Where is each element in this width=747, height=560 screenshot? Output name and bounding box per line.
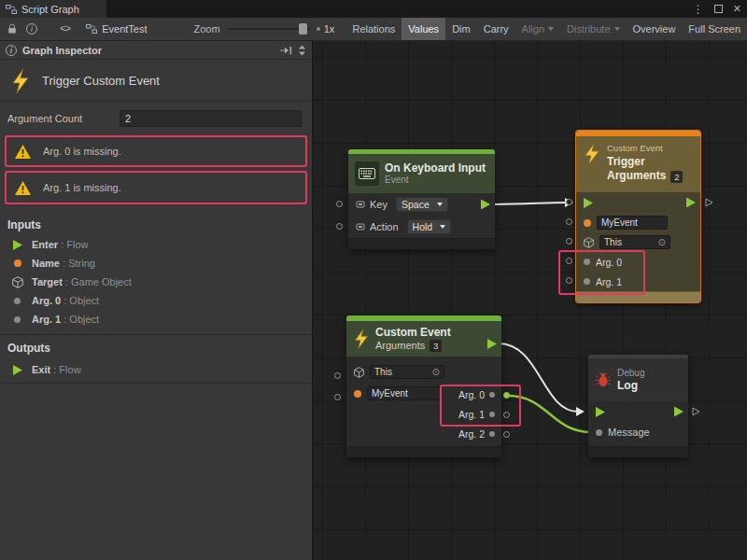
object-port-icon	[584, 278, 590, 285]
zoom-label: Zoom	[194, 23, 220, 35]
flow-arrow-icon	[674, 407, 684, 417]
info-icon: i	[26, 23, 37, 35]
node-title-2: Arguments	[375, 340, 425, 352]
object-picker-icon[interactable]: ⊙	[432, 368, 440, 377]
node-footer	[588, 446, 688, 457]
port-trigger-arg1-input[interactable]	[566, 277, 572, 284]
lock-button[interactable]	[3, 18, 21, 40]
node-title: Custom Event	[375, 326, 451, 339]
warning-arg1-missing: Arg. 1 is missing.	[5, 171, 307, 204]
warning-text: Arg. 1 is missing.	[43, 182, 121, 193]
tab-script-graph[interactable]: Script Graph	[0, 0, 106, 18]
arg2-row: Arg. 2	[458, 428, 495, 440]
object-port-icon	[14, 298, 21, 304]
port-action-input[interactable]	[336, 223, 343, 230]
dim-button[interactable]: Dim	[445, 18, 477, 40]
cube-icon	[584, 237, 594, 248]
distribute-dropdown-button[interactable]: Distribute	[560, 18, 626, 40]
flow-input-port[interactable]	[584, 198, 593, 208]
event-name-field[interactable]: MyEvent	[367, 386, 442, 400]
relations-button[interactable]: Relations	[345, 18, 402, 40]
target-value: This	[374, 367, 392, 377]
align-dropdown-button[interactable]: Align	[515, 18, 560, 40]
event-name-field[interactable]: MyEvent	[597, 216, 668, 230]
unity-script-graph-window: Script Graph ⋮ ✕ i <> EventTes	[0, 0, 747, 560]
arg1-row: Arg. 1	[458, 409, 495, 420]
values-button[interactable]: Values	[402, 18, 445, 40]
flow-output-port[interactable]	[686, 198, 696, 208]
target-field[interactable]: This ⊙	[599, 235, 670, 249]
node-title: Log	[617, 379, 644, 392]
flow-input-port[interactable]	[596, 407, 605, 417]
event-name-value: MyEvent	[372, 388, 408, 399]
graph-asset-icon	[86, 23, 97, 35]
maximize-icon[interactable]	[714, 5, 723, 13]
port-ce-arg2-output[interactable]	[503, 431, 510, 438]
node-custom-event[interactable]: Custom Event Arguments 3 This ⊙	[346, 315, 501, 457]
argument-count-input[interactable]	[120, 110, 302, 127]
object-picker-icon[interactable]: ⊙	[658, 238, 666, 247]
node-footer	[348, 238, 495, 249]
flow-output-port[interactable]	[481, 200, 490, 210]
graph-breadcrumb[interactable]: EventTest	[86, 23, 147, 35]
port-ce-arg1-output[interactable]	[503, 412, 510, 418]
node-on-keyboard-input[interactable]: On Keyboard Input Event Key Space	[348, 149, 495, 249]
zoom-slider[interactable]	[228, 22, 310, 35]
port-ce-name-input[interactable]	[334, 394, 341, 400]
graph-canvas[interactable]: On Keyboard Input Event Key Space	[313, 41, 747, 560]
edit-script-button[interactable]: <>	[55, 18, 75, 40]
node-kicker: Debug	[617, 368, 644, 379]
port-trigger-flow-output-hint[interactable]	[705, 198, 713, 207]
wire-arrowhead	[576, 407, 585, 416]
outputs-header: Outputs	[7, 342, 50, 355]
pin-name: Arg. 1	[32, 314, 61, 325]
hollow-arrow-icon	[705, 198, 713, 207]
port-trigger-arg0-input[interactable]	[566, 258, 572, 264]
zoom-value: 1x	[324, 23, 335, 35]
overview-button[interactable]: Overview	[627, 18, 683, 40]
input-pin-target: Target : Game Object	[11, 273, 306, 291]
flow-output-port[interactable]	[674, 407, 684, 417]
target-field[interactable]: This ⊙	[370, 365, 444, 379]
cube-icon	[354, 367, 364, 378]
lightning-bolt-icon	[583, 143, 601, 165]
flow-row	[576, 192, 700, 213]
port-trigger-target-input[interactable]	[566, 238, 572, 245]
object-port-icon	[584, 259, 590, 265]
zoom-slider-thumb[interactable]	[299, 23, 307, 35]
info-toggle-button[interactable]: i	[21, 18, 42, 40]
wire-customevent-to-debug[interactable]	[499, 343, 578, 412]
close-icon[interactable]: ✕	[733, 4, 741, 14]
arg1-label: Arg. 1	[458, 409, 485, 420]
port-trigger-name-input[interactable]	[566, 218, 572, 225]
action-dropdown[interactable]: Hold	[407, 219, 452, 234]
key-dropdown[interactable]: Space	[396, 197, 448, 212]
lock-icon	[7, 23, 17, 35]
info-icon: i	[6, 45, 17, 56]
input-pin-enter: Enter : Flow	[11, 235, 306, 254]
argument-count-badge: 3	[430, 340, 442, 352]
kebab-menu-icon[interactable]: ⋮	[693, 4, 704, 15]
port-ce-arg0-output[interactable]	[503, 392, 510, 399]
port-debug-flow-output-hint[interactable]	[692, 407, 700, 416]
zoom-indicator-dot	[317, 27, 320, 31]
input-pin-arg0: Arg. 0 : Object	[11, 291, 306, 310]
lightning-bolt-icon	[9, 69, 32, 93]
action-row: Action Hold	[348, 216, 495, 238]
input-pin-arg1: Arg. 1 : Object	[11, 310, 306, 329]
wire-keyboard-to-trigger[interactable]	[493, 203, 567, 204]
port-key-input[interactable]	[336, 201, 343, 207]
carry-button[interactable]: Carry	[477, 18, 515, 40]
output-pin-exit: Exit : Flow	[11, 360, 306, 379]
argument-count-row: Argument Count	[7, 109, 302, 128]
port-trigger-flow-input[interactable]	[566, 199, 572, 205]
node-debug-log[interactable]: Debug Log Message	[588, 355, 688, 457]
port-ce-target-input[interactable]	[334, 372, 341, 379]
expander-icon[interactable]	[298, 45, 306, 56]
node-trigger-custom-event[interactable]: Custom Event Trigger Arguments 2 MyEvent	[576, 131, 700, 302]
full-screen-button[interactable]: Full Screen	[682, 18, 747, 40]
arg2-label: Arg. 2	[458, 428, 485, 440]
flow-output-port[interactable]	[487, 339, 497, 349]
dock-panel-icon[interactable]	[280, 46, 292, 55]
inspector-header: i Graph Inspector	[0, 41, 312, 60]
